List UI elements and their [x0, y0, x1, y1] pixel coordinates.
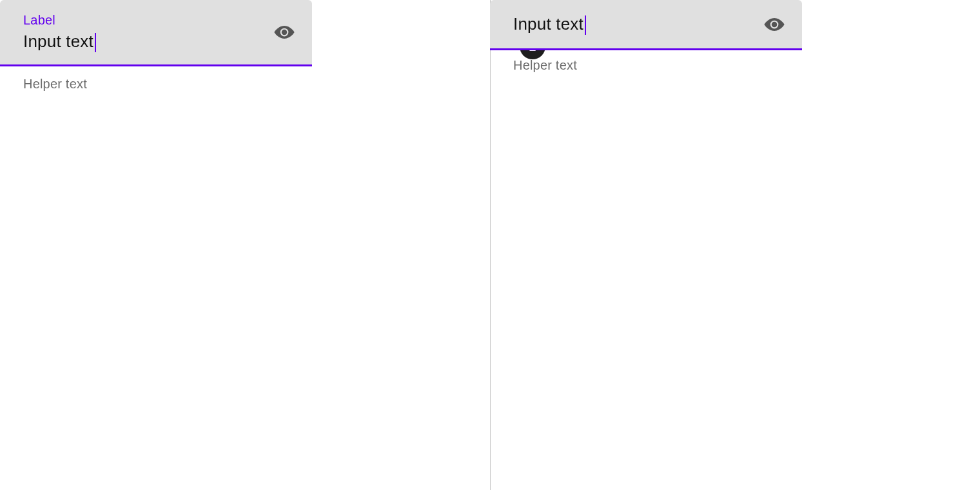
text-field-unlabeled-container: Input text Helper text [490, 0, 802, 73]
helper-text: Helper text [23, 77, 312, 92]
text-field-text-column: Label Input text [23, 9, 295, 55]
text-caret [585, 15, 586, 35]
text-field-input-value[interactable]: Input text [23, 32, 93, 52]
visibility-toggle-button[interactable] [763, 14, 785, 35]
text-field-labeled-container: Label Input text Helper text [0, 0, 312, 92]
text-field-input-value[interactable]: Input text [513, 14, 583, 34]
text-field-underline [0, 64, 312, 66]
panel-right: 2 [490, 0, 980, 490]
text-field-input-row: Input text [513, 14, 785, 34]
eye-icon [763, 14, 785, 35]
text-caret [95, 33, 96, 52]
eye-icon [273, 21, 295, 43]
text-field-underline [490, 48, 802, 50]
visibility-toggle-button[interactable] [273, 21, 295, 43]
helper-text: Helper text [513, 58, 802, 73]
text-field-input-row: Input text [23, 32, 295, 52]
text-field-unlabeled[interactable]: Input text [490, 0, 802, 48]
text-field-labeled[interactable]: Label Input text [0, 0, 312, 64]
text-field-label: Label [23, 13, 295, 28]
text-field-text-column: Input text [513, 0, 785, 48]
